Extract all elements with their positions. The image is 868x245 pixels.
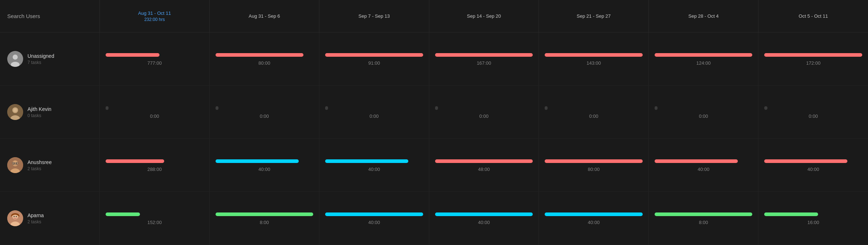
value-ajith-3: 0:00 bbox=[589, 113, 598, 119]
cell-aparna-3: 40:00 bbox=[539, 192, 648, 245]
header-col-5: Oct 5 - Oct 11 bbox=[758, 0, 868, 32]
avatar-anushsree bbox=[7, 157, 23, 173]
value-anushsree-0: 40:00 bbox=[259, 167, 271, 172]
value-aparna-4: 8:00 bbox=[699, 220, 708, 225]
value-unassigned-5: 172:00 bbox=[806, 60, 821, 66]
bar-container-aparna-1 bbox=[325, 212, 423, 217]
value-aparna-0: 8:00 bbox=[260, 220, 269, 225]
bar-unassigned-2 bbox=[435, 53, 533, 57]
svg-rect-12 bbox=[13, 164, 18, 165]
cell-anushsree-2: 48:00 bbox=[429, 139, 539, 192]
bar-anushsree-3 bbox=[545, 159, 643, 163]
value-anushsree-4: 40:00 bbox=[698, 167, 710, 172]
bar-container-ajith-0 bbox=[216, 106, 314, 111]
cell-aparna-5: 16:00 bbox=[758, 192, 868, 245]
bar-ajith-3 bbox=[545, 106, 548, 110]
bar-ajith-total bbox=[106, 106, 109, 110]
cell-unassigned-1: 91:00 bbox=[319, 33, 429, 85]
bar-container-unassigned-1 bbox=[325, 52, 423, 57]
bar-container-ajith-5 bbox=[764, 106, 862, 111]
bar-container-anushsree-1 bbox=[325, 159, 423, 164]
data-row-anushsree: 288:00 40:00 40:00 48:00 bbox=[99, 139, 868, 192]
svg-point-1 bbox=[13, 55, 18, 60]
bar-container-ajith-2 bbox=[435, 106, 533, 111]
bar-anushsree-total bbox=[106, 159, 164, 163]
bar-ajith-5 bbox=[764, 106, 767, 110]
main-container: Search Users Unassigned 7 tasks bbox=[0, 0, 868, 245]
header-col-4: Sep 28 - Oct 4 bbox=[648, 0, 758, 32]
sidebar-user-ajith: Ajith Kevin 0 tasks bbox=[0, 86, 99, 139]
cell-anushsree-1: 40:00 bbox=[319, 139, 429, 192]
bar-container-ajith-3 bbox=[545, 106, 643, 111]
cell-aparna-0: 8:00 bbox=[209, 192, 319, 245]
col-5-label: Oct 5 - Oct 11 bbox=[799, 13, 828, 19]
value-anushsree-2: 48:00 bbox=[478, 167, 490, 172]
bar-container-ajith-4 bbox=[655, 106, 753, 111]
col-0-label: Aug 31 - Sep 6 bbox=[249, 13, 280, 19]
header-active-range: Aug 31 - Oct 11 232:00 hrs bbox=[99, 0, 209, 32]
svg-point-20 bbox=[16, 216, 17, 217]
col-1-label: Sep 7 - Sep 13 bbox=[358, 13, 390, 19]
bar-aparna-total bbox=[106, 212, 140, 216]
user-tasks-anushsree: 2 tasks bbox=[27, 166, 52, 171]
header-col-1: Sep 7 - Sep 13 bbox=[319, 0, 429, 32]
col-2-label: Sep 14 - Sep 20 bbox=[467, 13, 501, 19]
bar-unassigned-0 bbox=[216, 53, 304, 57]
user-info-ajith: Ajith Kevin 0 tasks bbox=[27, 106, 51, 118]
value-ajith-2: 0:00 bbox=[479, 113, 488, 119]
cell-ajith-total: 0:00 bbox=[99, 86, 209, 138]
bar-container-anushsree-3 bbox=[545, 159, 643, 164]
cell-aparna-4: 8:00 bbox=[648, 192, 758, 245]
bar-ajith-0 bbox=[216, 106, 218, 110]
main-content: Aug 31 - Oct 11 232:00 hrs Aug 31 - Sep … bbox=[99, 0, 868, 245]
cell-unassigned-3: 143:00 bbox=[539, 33, 648, 85]
cell-unassigned-2: 167:00 bbox=[429, 33, 539, 85]
bar-container-unassigned-0 bbox=[216, 52, 314, 57]
value-aparna-1: 40:00 bbox=[368, 220, 380, 225]
bar-ajith-4 bbox=[655, 106, 658, 110]
cell-unassigned-total: 777:00 bbox=[99, 33, 209, 85]
cell-aparna-total: 152:00 bbox=[99, 192, 209, 245]
svg-point-19 bbox=[14, 216, 15, 217]
bar-container-aparna-total bbox=[106, 212, 204, 217]
value-aparna-total: 152:00 bbox=[147, 220, 162, 225]
bar-anushsree-0 bbox=[216, 159, 299, 163]
bar-container-aparna-0 bbox=[216, 212, 314, 217]
header-col-3: Sep 21 - Sep 27 bbox=[539, 0, 648, 32]
value-anushsree-5: 40:00 bbox=[807, 167, 819, 172]
bar-container-anushsree-4 bbox=[655, 159, 753, 164]
cell-anushsree-total: 288:00 bbox=[99, 139, 209, 192]
avatar-ajith bbox=[7, 104, 23, 120]
col-4-label: Sep 28 - Oct 4 bbox=[688, 13, 719, 19]
active-hours: 232:00 hrs bbox=[144, 17, 165, 22]
bar-aparna-1 bbox=[325, 212, 423, 216]
bar-container-unassigned-total bbox=[106, 52, 204, 57]
search-users-label: Search Users bbox=[7, 13, 40, 19]
cell-ajith-0: 0:00 bbox=[209, 86, 319, 138]
user-name-ajith: Ajith Kevin bbox=[27, 106, 51, 112]
bar-aparna-0 bbox=[216, 212, 314, 216]
bar-aparna-2 bbox=[435, 212, 533, 216]
bar-unassigned-5 bbox=[764, 53, 862, 57]
cell-anushsree-0: 40:00 bbox=[209, 139, 319, 192]
bar-container-unassigned-2 bbox=[435, 52, 533, 57]
value-anushsree-3: 80:00 bbox=[588, 167, 600, 172]
search-users-header[interactable]: Search Users bbox=[0, 0, 99, 33]
bar-unassigned-4 bbox=[655, 53, 753, 57]
cell-aparna-1: 40:00 bbox=[319, 192, 429, 245]
value-aparna-5: 16:00 bbox=[807, 220, 819, 225]
bar-container-anushsree-2 bbox=[435, 159, 533, 164]
bar-unassigned-total bbox=[106, 53, 159, 57]
bar-ajith-1 bbox=[325, 106, 328, 110]
value-unassigned-3: 143:00 bbox=[587, 60, 601, 66]
value-unassigned-4: 124:00 bbox=[696, 60, 711, 66]
col-3-label: Sep 21 - Sep 27 bbox=[577, 13, 611, 19]
cell-ajith-4: 0:00 bbox=[648, 86, 758, 138]
cell-ajith-3: 0:00 bbox=[539, 86, 648, 138]
value-ajith-1: 0:00 bbox=[370, 113, 379, 119]
header-row: Aug 31 - Oct 11 232:00 hrs Aug 31 - Sep … bbox=[99, 0, 868, 33]
bar-container-unassigned-3 bbox=[545, 52, 643, 57]
bar-container-aparna-5 bbox=[764, 212, 862, 217]
user-info-anushsree: Anushsree 2 tasks bbox=[27, 159, 52, 171]
user-tasks-unassigned: 7 tasks bbox=[27, 60, 54, 65]
